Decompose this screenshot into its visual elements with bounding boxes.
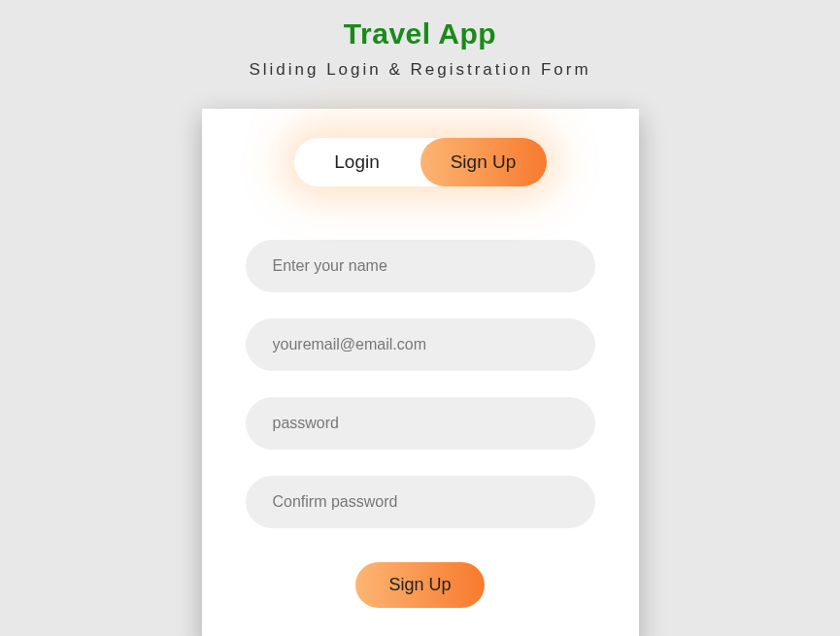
- submit-button[interactable]: Sign Up: [355, 562, 484, 608]
- page-title: Travel App: [0, 17, 840, 50]
- confirm-password-field[interactable]: [246, 476, 595, 528]
- page-subtitle: Sliding Login & Registration Form: [0, 60, 840, 80]
- password-field[interactable]: [246, 397, 595, 450]
- email-field[interactable]: [246, 318, 595, 371]
- page-header: Travel App Sliding Login & Registration …: [0, 0, 840, 80]
- login-toggle-button[interactable]: Login: [294, 138, 420, 186]
- form-card: Login Sign Up Sign Up: [202, 109, 639, 636]
- name-field[interactable]: [246, 240, 595, 292]
- mode-toggle: Login Sign Up: [294, 138, 547, 186]
- signup-toggle-button[interactable]: Sign Up: [420, 138, 547, 186]
